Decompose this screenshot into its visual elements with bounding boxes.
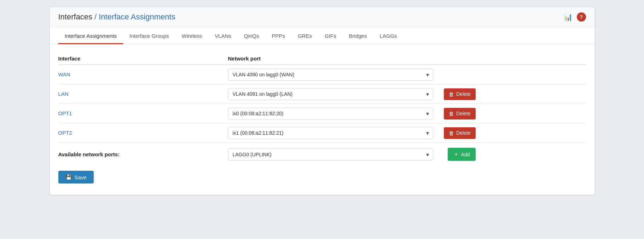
tab-qinqs[interactable]: QinQs xyxy=(238,27,266,44)
tab-bridges[interactable]: Bridges xyxy=(343,27,373,44)
col-header-network: Network port xyxy=(228,56,586,62)
tab-interface-assignments[interactable]: Interface Assignments xyxy=(58,27,123,44)
header-icons: 📊 ? xyxy=(563,12,586,22)
interface-link-opt2[interactable]: OPT2 xyxy=(58,130,72,136)
tab-ppps[interactable]: PPPs xyxy=(266,27,292,44)
main-card: Interfaces / Interface Assignments 📊 ? I… xyxy=(50,7,594,195)
network-port-dropdown-opt1[interactable]: VLAN 4090 on lagg0 (WAN) VLAN 4091 on la… xyxy=(228,107,433,119)
interface-link-lan[interactable]: LAN xyxy=(58,91,69,97)
trash-icon: 🗑 xyxy=(449,91,454,97)
chart-icon: 📊 xyxy=(564,13,573,21)
save-button[interactable]: 💾 Save xyxy=(58,171,94,183)
trash-icon: 🗑 xyxy=(449,111,454,117)
help-icon: ? xyxy=(580,14,583,20)
network-port-select-lan[interactable]: VLAN 4090 on lagg0 (WAN) VLAN 4091 on la… xyxy=(228,88,433,100)
table-header: Interface Network port xyxy=(58,53,586,65)
network-port-select-opt2[interactable]: VLAN 4090 on lagg0 (WAN) VLAN 4091 on la… xyxy=(228,127,433,139)
network-port-select-opt1[interactable]: VLAN 4090 on lagg0 (WAN) VLAN 4091 on la… xyxy=(228,107,433,119)
card-body: Interface Network port WAN VLAN 4090 on … xyxy=(50,44,594,195)
breadcrumb-parent: Interfaces xyxy=(58,12,93,22)
action-cell-opt2: 🗑 Delete xyxy=(433,127,476,139)
delete-button-lan[interactable]: 🗑 Delete xyxy=(444,88,475,100)
chart-icon-button[interactable]: 📊 xyxy=(563,12,573,22)
trash-icon: 🗑 xyxy=(449,130,454,136)
action-cell-opt1: 🗑 Delete xyxy=(433,108,476,119)
table-row: OPT2 VLAN 4090 on lagg0 (WAN) VLAN 4091 … xyxy=(58,123,586,143)
col-header-interface: Interface xyxy=(58,56,228,62)
table-row: LAN VLAN 4090 on lagg0 (WAN) VLAN 4091 o… xyxy=(58,84,586,104)
delete-button-opt2[interactable]: 🗑 Delete xyxy=(444,127,475,139)
action-cell-lan: 🗑 Delete xyxy=(433,88,476,100)
network-port-dropdown-wan[interactable]: VLAN 4090 on lagg0 (WAN) VLAN 4091 on la… xyxy=(228,69,433,81)
table-row: OPT1 VLAN 4090 on lagg0 (WAN) VLAN 4091 … xyxy=(58,104,586,123)
network-port-select-wan[interactable]: VLAN 4090 on lagg0 (WAN) VLAN 4091 on la… xyxy=(228,69,433,81)
table-row: WAN VLAN 4090 on lagg0 (WAN) VLAN 4091 o… xyxy=(58,65,586,84)
available-ports-select[interactable]: LAGG0 (UPLINK) VLAN 4090 on lagg0 (WAN) … xyxy=(228,148,433,161)
available-ports-dropdown[interactable]: LAGG0 (UPLINK) VLAN 4090 on lagg0 (WAN) … xyxy=(228,148,433,161)
network-port-dropdown-lan[interactable]: VLAN 4090 on lagg0 (WAN) VLAN 4091 on la… xyxy=(228,88,433,100)
breadcrumb: Interfaces / Interface Assignments xyxy=(58,12,175,22)
tab-gres[interactable]: GREs xyxy=(291,27,318,44)
available-ports-row: Available network ports: LAGG0 (UPLINK) … xyxy=(58,143,586,164)
add-button[interactable]: ＋ Add xyxy=(448,148,476,161)
card-header: Interfaces / Interface Assignments 📊 ? xyxy=(50,7,594,27)
tab-gifs[interactable]: GIFs xyxy=(318,27,343,44)
tab-wireless[interactable]: Wireless xyxy=(175,27,209,44)
interface-link-opt1[interactable]: OPT1 xyxy=(58,110,72,116)
available-label: Available network ports: xyxy=(58,151,228,157)
help-icon-button[interactable]: ? xyxy=(577,12,586,22)
interface-cell: LAN xyxy=(58,91,228,97)
interface-cell: OPT2 xyxy=(58,130,228,136)
plus-icon: ＋ xyxy=(453,151,459,158)
breadcrumb-current[interactable]: Interface Assignments xyxy=(99,12,175,22)
save-icon: 💾 xyxy=(65,174,72,180)
network-port-dropdown-opt2[interactable]: VLAN 4090 on lagg0 (WAN) VLAN 4091 on la… xyxy=(228,127,433,139)
tab-laggs[interactable]: LAGGs xyxy=(373,27,403,44)
tabs-bar: Interface Assignments Interface Groups W… xyxy=(50,27,594,44)
add-action-cell: ＋ Add xyxy=(433,148,476,161)
breadcrumb-separator: / xyxy=(94,12,97,22)
interface-cell: WAN xyxy=(58,71,228,78)
tab-interface-groups[interactable]: Interface Groups xyxy=(123,27,175,44)
interface-link-wan[interactable]: WAN xyxy=(58,71,70,77)
interface-cell: OPT1 xyxy=(58,110,228,117)
delete-button-opt1[interactable]: 🗑 Delete xyxy=(444,108,475,119)
tab-vlans[interactable]: VLANs xyxy=(208,27,238,44)
